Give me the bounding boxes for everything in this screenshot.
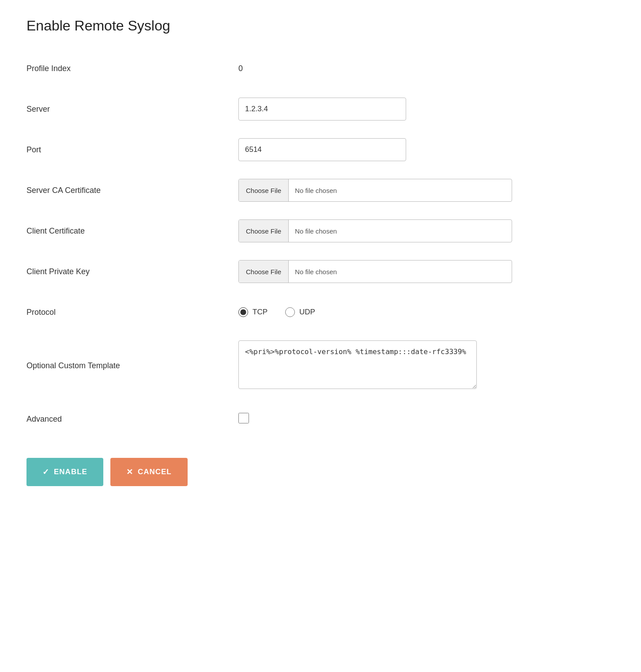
protocol-tcp-radio[interactable] [238,307,248,317]
advanced-row: Advanced [26,407,512,431]
server-ca-cert-choose-file-button[interactable]: Choose File [239,179,289,201]
server-ca-cert-control: Choose File No file chosen [238,179,512,202]
profile-index-value: 0 [238,64,512,73]
server-ca-cert-label: Server CA Certificate [26,186,238,195]
port-label: Port [26,145,238,155]
enable-icon: ✓ [42,467,49,477]
custom-template-textarea[interactable]: <%pri%>%protocol-version% %timestamp:::d… [238,340,477,389]
cancel-button[interactable]: ✕ CANCEL [110,458,188,486]
client-private-key-row: Client Private Key Choose File No file c… [26,259,512,284]
protocol-tcp-option[interactable]: TCP [238,307,268,317]
advanced-control [238,413,512,425]
protocol-udp-radio[interactable] [285,307,295,317]
profile-index-display: 0 [238,64,243,73]
page-title: Enable Remote Syslog [26,18,615,34]
form-container: Profile Index 0 Server Port Server CA Ce… [26,56,512,486]
port-control [238,138,512,161]
advanced-checkbox[interactable] [238,413,249,423]
protocol-label: Protocol [26,308,238,317]
client-private-key-file-name: No file chosen [289,268,343,276]
client-private-key-control: Choose File No file chosen [238,260,512,283]
cancel-label: CANCEL [138,468,172,476]
port-row: Port [26,137,512,162]
profile-index-label: Profile Index [26,64,238,73]
client-cert-choose-file-label: Choose File [246,227,281,235]
server-ca-cert-file-wrapper: Choose File No file chosen [238,179,512,202]
client-cert-file-wrapper: Choose File No file chosen [238,219,512,242]
client-private-key-choose-file-label: Choose File [246,268,281,276]
client-cert-label: Client Certificate [26,227,238,236]
client-cert-choose-file-button[interactable]: Choose File [239,220,289,242]
custom-template-label: Optional Custom Template [26,361,238,370]
custom-template-row: Optional Custom Template <%pri%>%protoco… [26,340,512,391]
protocol-tcp-label: TCP [253,308,268,317]
client-cert-file-name: No file chosen [289,227,343,235]
protocol-control: TCP UDP [238,307,512,317]
custom-template-control: <%pri%>%protocol-version% %timestamp:::d… [238,340,512,391]
enable-label: ENABLE [54,468,87,476]
client-cert-control: Choose File No file chosen [238,219,512,242]
client-cert-row: Client Certificate Choose File No file c… [26,219,512,243]
protocol-udp-option[interactable]: UDP [285,307,315,317]
server-ca-cert-choose-file-label: Choose File [246,187,281,194]
server-label: Server [26,105,238,114]
enable-button[interactable]: ✓ ENABLE [26,458,103,486]
server-control [238,98,512,121]
advanced-label: Advanced [26,415,238,424]
button-row: ✓ ENABLE ✕ CANCEL [26,458,512,486]
server-row: Server [26,97,512,121]
profile-index-row: Profile Index 0 [26,56,512,81]
cancel-icon: ✕ [126,467,133,477]
protocol-udp-label: UDP [299,308,315,317]
client-private-key-label: Client Private Key [26,267,238,276]
protocol-radio-group: TCP UDP [238,307,512,317]
client-private-key-file-wrapper: Choose File No file chosen [238,260,512,283]
port-input[interactable] [238,138,406,161]
server-ca-cert-row: Server CA Certificate Choose File No fil… [26,178,512,203]
server-ca-cert-file-name: No file chosen [289,187,343,194]
server-input[interactable] [238,98,406,121]
protocol-row: Protocol TCP UDP [26,300,512,325]
client-private-key-choose-file-button[interactable]: Choose File [239,260,289,283]
